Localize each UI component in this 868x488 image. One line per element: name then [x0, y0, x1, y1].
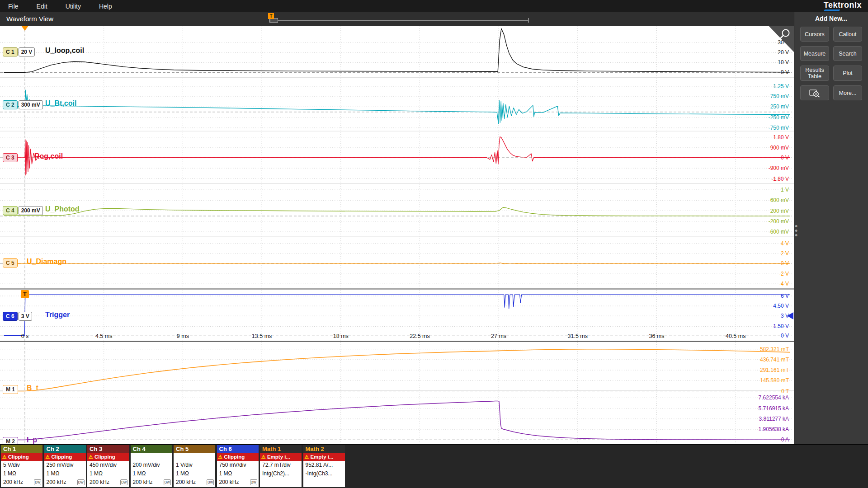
trigger-source-marker[interactable]: T: [21, 290, 29, 298]
waveform-display[interactable]: 30 V20 V10 V0 V1.25 V750 mV250 mV-250 mV…: [0, 26, 794, 444]
plot-decor: [21, 26, 794, 319]
cursors-button[interactable]: Cursors: [800, 27, 829, 42]
channel-chip-c-6[interactable]: C 6: [3, 312, 18, 321]
traces: [4, 28, 790, 440]
menubar-items: FileEditUtilityHelp: [8, 3, 130, 10]
channel-chip-c-5[interactable]: C 5: [3, 258, 18, 267]
measure-button[interactable]: Measure: [800, 46, 829, 61]
menu-item-utility[interactable]: Utility: [66, 3, 93, 10]
menu-item-edit[interactable]: Edit: [37, 3, 59, 10]
channel-badge-m-1[interactable]: M 1: [3, 385, 18, 394]
channel-card-row: 200 kHzBw: [1, 478, 42, 487]
channel-card-row: 1 MΩ: [131, 469, 172, 478]
trace-trigger: [4, 295, 790, 335]
time-label-22-5-ms: 22.5 ms: [410, 333, 429, 339]
channel-card-header-ch-5[interactable]: Ch 5: [174, 445, 215, 453]
scale-label-math2-5-716915-ka: 5.716915 kA: [759, 405, 789, 412]
scale-label-math2-0-a: 0 A: [781, 436, 789, 443]
channel-card-row: 5 V/div: [1, 461, 42, 469]
channel-scale-c-6[interactable]: 3 V: [19, 312, 32, 321]
channel-card-ch-1[interactable]: Ch 1⚠Clipping5 V/div1 MΩ200 kHzBw: [1, 445, 42, 487]
scale-label-math2-3-811277-ka: 3.811277 kA: [759, 416, 789, 422]
channel-card-header-ch-4[interactable]: Ch 4: [131, 445, 172, 453]
trigger-position-flag[interactable]: T: [268, 13, 274, 19]
scale-label-ch6-0-v: 0 V: [781, 333, 789, 339]
channel-badge-c-5[interactable]: C 5: [3, 258, 18, 268]
time-label-0-s: 0 s: [21, 333, 29, 339]
channel-scale-c-4[interactable]: 200 mV: [19, 206, 43, 215]
channel-card-ch-2[interactable]: Ch 2⚠Clipping250 mV/div1 MΩ200 kHzBw: [44, 445, 86, 487]
time-label-9-ms: 9 ms: [177, 333, 189, 339]
channel-badge-c-2[interactable]: C 2300 mV: [3, 100, 43, 110]
add-new-title: Add New...: [794, 12, 868, 27]
scale-label-math2-1-905638-ka: 1.905638 kA: [759, 426, 789, 432]
time-label-18-ms: 18 ms: [333, 333, 349, 339]
scale-label-math2-7-622554-ka: 7.622554 kA: [759, 394, 789, 401]
tektronix-logo-accent: [824, 9, 840, 11]
axis-labels: 30 V20 V10 V0 V1.25 V750 mV250 mV-250 mV…: [21, 39, 789, 443]
channel-card-ch-4[interactable]: Ch 4200 mV/div1 MΩ200 kHzBw: [131, 445, 172, 487]
channel-chip-c-4[interactable]: C 4: [3, 206, 18, 215]
time-label-4-5-ms: 4.5 ms: [95, 333, 113, 339]
channel-scale-c-2[interactable]: 300 mV: [19, 100, 43, 109]
channel-warning-math-1: ⚠Empty i...: [260, 453, 302, 461]
menu-item-file[interactable]: File: [8, 3, 30, 10]
channel-card-math-2[interactable]: Math 2⚠Empty i...952.81 A/...-Intg(Ch3..…: [303, 445, 345, 487]
scale-label-math1-582-321-mt: 582.321 mT: [760, 346, 789, 352]
waveform-plot-area[interactable]: 30 V20 V10 V0 V1.25 V750 mV250 mV-250 mV…: [0, 26, 794, 444]
time-label-40-5-ms: 40.5 ms: [726, 333, 745, 339]
search-button[interactable]: Search: [833, 46, 862, 61]
channel-badge-c-3[interactable]: C 3: [3, 153, 18, 163]
channel-card-row: [303, 478, 345, 487]
warning-icon: ⚠: [46, 454, 50, 460]
plot-button[interactable]: Plot: [833, 66, 862, 81]
channel-card-ch-3[interactable]: Ch 3⚠Clipping450 mV/div1 MΩ200 kHzBw: [87, 445, 129, 487]
channel-badge-c-6[interactable]: C 63 V: [3, 311, 32, 321]
channel-chip-c-2[interactable]: C 2: [3, 100, 18, 109]
menu-item-help[interactable]: Help: [99, 3, 124, 10]
channel-card-header-math-1[interactable]: Math 1: [260, 445, 302, 453]
channel-warning-ch-3: ⚠Clipping: [87, 453, 129, 461]
scale-label-ch3-900-mv: 900 mV: [770, 145, 789, 151]
channel-card-ch-5[interactable]: Ch 51 V/div1 MΩ200 kHzBw: [174, 445, 215, 487]
channel-card-header-math-2[interactable]: Math 2: [303, 445, 345, 453]
horizontal-position-scrollbar[interactable]: T: [269, 18, 529, 23]
panel-resize-grip[interactable]: [795, 224, 797, 238]
scale-label-math1-291-161-mt: 291.161 mT: [760, 367, 789, 373]
scale-label-ch4-1-v: 1 V: [781, 187, 789, 193]
trigger-position-marker[interactable]: [21, 26, 28, 31]
channel-card-row: 200 kHzBw: [87, 478, 129, 487]
scale-label-ch2-1-25-v: 1.25 V: [773, 83, 789, 89]
scrollbar-track[interactable]: [269, 20, 529, 21]
scale-label-ch4-200-mv: 200 mV: [770, 208, 789, 214]
scale-label-ch5-2-v: 2 V: [781, 250, 789, 257]
channel-scale-c-1[interactable]: 20 V: [19, 47, 35, 56]
channel-badge-c-4[interactable]: C 4200 mV: [3, 206, 43, 216]
channel-card-header-ch-3[interactable]: Ch 3: [87, 445, 129, 453]
scale-label-ch3-1-80-v: 1.80 V: [773, 134, 789, 141]
channel-card-row: 750 mV/div: [217, 461, 259, 469]
scale-label-ch3-900-mv: -900 mV: [769, 165, 789, 171]
zoom-tool-button[interactable]: [800, 85, 829, 100]
warning-icon: ⚠: [2, 454, 7, 460]
results-table-button[interactable]: Results Table: [800, 66, 829, 81]
channel-card-header-ch-2[interactable]: Ch 2: [44, 445, 86, 453]
channel-card-ch-6[interactable]: Ch 6⚠Clipping750 mV/div1 MΩ200 kHzBw: [217, 445, 259, 487]
channel-badge-c-1[interactable]: C 120 V: [3, 47, 35, 57]
time-label-31-5-ms: 31.5 ms: [568, 333, 588, 339]
oscilloscope-app: FileEditUtilityHelp Tektronix Waveform V…: [0, 0, 868, 488]
trace-u-bt-coil: [4, 90, 790, 123]
warning-icon: ⚠: [305, 454, 309, 460]
bandwidth-limit-icon: Bw: [120, 479, 127, 485]
channel-card-math-1[interactable]: Math 1⚠Empty i...72.7 mT/divIntg(Ch2)...: [260, 445, 302, 487]
callout-button[interactable]: Callout: [833, 27, 862, 42]
channel-chip-c-3[interactable]: C 3: [3, 153, 18, 162]
channel-chip-m-1[interactable]: M 1: [3, 385, 18, 394]
more-button[interactable]: More...: [833, 85, 862, 100]
scrollbar-right-cap: [528, 18, 529, 23]
channel-card-row: 1 MΩ: [1, 469, 42, 478]
channel-chip-c-1[interactable]: C 1: [3, 47, 18, 56]
zoom-corner-control[interactable]: [769, 26, 794, 52]
channel-card-header-ch-6[interactable]: Ch 6: [217, 445, 259, 453]
channel-card-header-ch-1[interactable]: Ch 1: [1, 445, 42, 453]
